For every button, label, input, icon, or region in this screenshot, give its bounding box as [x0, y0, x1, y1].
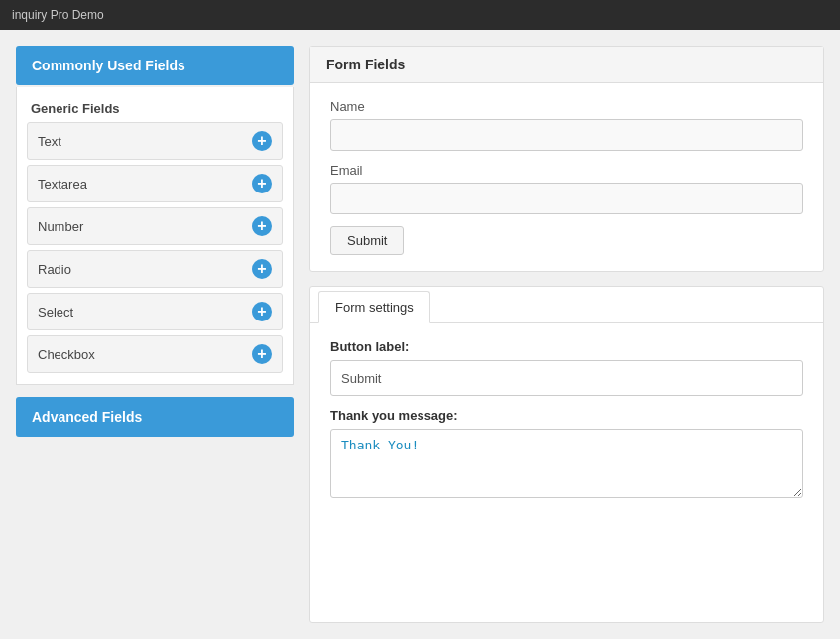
commonly-used-fields-header[interactable]: Commonly Used Fields — [16, 46, 294, 85]
tabs-row: Form settings — [310, 287, 823, 323]
generic-fields-label: Generic Fields — [27, 93, 283, 122]
add-radio-icon[interactable]: + — [252, 259, 272, 279]
field-item-number[interactable]: Number + — [27, 207, 283, 245]
field-label-checkbox: Checkbox — [38, 347, 95, 362]
thank-you-textarea[interactable]: Thank You! — [330, 429, 803, 498]
name-input[interactable] — [330, 119, 803, 151]
add-select-icon[interactable]: + — [252, 302, 272, 321]
field-label-select: Select — [38, 305, 73, 320]
form-settings-body: Button label: Thank you message: Thank Y… — [310, 323, 823, 517]
submit-button-wrapper: Submit — [330, 226, 803, 255]
app-title: inquiry Pro Demo — [12, 8, 104, 22]
field-item-radio[interactable]: Radio + — [27, 250, 283, 288]
field-label-textarea: Textarea — [38, 177, 87, 192]
form-fields-title: Form Fields — [310, 47, 823, 83]
form-settings-box: Form settings Button label: Thank you me… — [309, 286, 824, 623]
field-item-textarea[interactable]: Textarea + — [27, 165, 283, 202]
name-field-group: Name — [330, 99, 803, 151]
main-content: Commonly Used Fields Generic Fields Text… — [0, 30, 840, 639]
email-input[interactable] — [330, 183, 803, 214]
name-label: Name — [330, 99, 803, 114]
tab-form-settings[interactable]: Form settings — [318, 291, 430, 323]
form-submit-button[interactable]: Submit — [330, 226, 404, 255]
generic-fields-block: Generic Fields Text + Textarea + Number … — [16, 87, 294, 385]
button-label-title: Button label: — [330, 339, 803, 354]
advanced-fields-header[interactable]: Advanced Fields — [16, 397, 294, 437]
button-label-input[interactable] — [330, 360, 803, 396]
top-bar: inquiry Pro Demo — [0, 0, 840, 30]
field-item-select[interactable]: Select + — [27, 293, 283, 330]
field-item-text[interactable]: Text + — [27, 122, 283, 160]
email-label: Email — [330, 163, 803, 178]
field-label-radio: Radio — [38, 262, 71, 277]
field-label-text: Text — [38, 134, 61, 149]
field-label-number: Number — [38, 219, 83, 234]
form-fields-body: Name Email Submit — [310, 83, 823, 271]
add-checkbox-icon[interactable]: + — [252, 344, 272, 364]
thank-you-label: Thank you message: — [330, 408, 803, 423]
email-field-group: Email — [330, 163, 803, 214]
right-panel: Form Fields Name Email Submit Form — [309, 46, 824, 623]
add-textarea-icon[interactable]: + — [252, 174, 272, 193]
form-fields-box: Form Fields Name Email Submit — [309, 46, 824, 272]
button-label-group: Button label: — [330, 339, 803, 396]
thank-you-group: Thank you message: Thank You! — [330, 408, 803, 501]
add-number-icon[interactable]: + — [252, 216, 272, 236]
left-panel: Commonly Used Fields Generic Fields Text… — [16, 46, 294, 623]
add-text-icon[interactable]: + — [252, 131, 272, 151]
field-item-checkbox[interactable]: Checkbox + — [27, 335, 283, 373]
